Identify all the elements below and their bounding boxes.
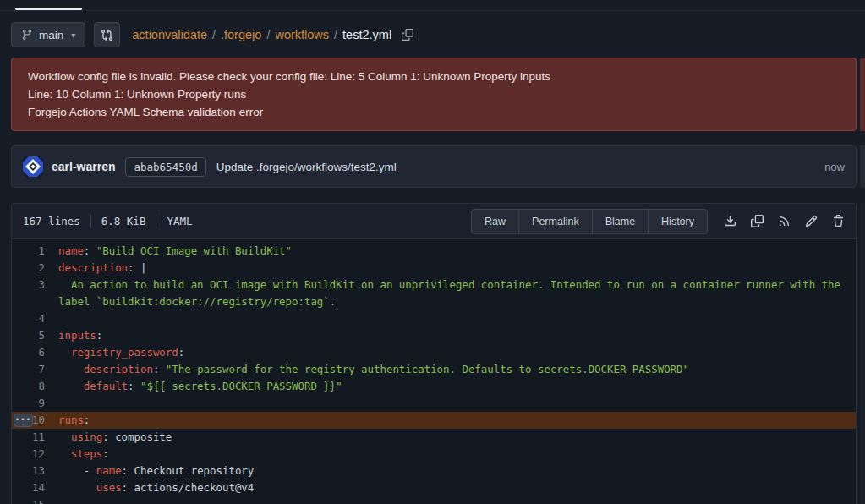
line-content: name: "Build OCI Image with BuildKit" (58, 243, 856, 260)
code-line: 9 (12, 395, 856, 412)
active-tab-indicator (15, 8, 82, 10)
line-content: An action to build an OCI image with Bui… (58, 277, 856, 310)
line-content: description: "The password for the regis… (58, 361, 856, 378)
line-number[interactable]: 14 (12, 479, 58, 496)
line-content: uses: actions/checkout@v4 (58, 479, 856, 496)
line-content: default: "${{ secrets.DOCKER_PASSWORD }}… (58, 378, 856, 395)
breadcrumb-repo-link[interactable]: actionvalidate (132, 28, 207, 41)
code-line: 14 uses: actions/checkout@v4 (12, 479, 856, 496)
line-number[interactable]: 3 (12, 277, 58, 310)
breadcrumb-separator: / (266, 28, 270, 41)
file-size: 6.8 KiB (101, 215, 146, 227)
branch-selector-button[interactable]: main ▾ (11, 22, 85, 47)
blame-button[interactable]: Blame (592, 209, 649, 234)
branch-name-label: main (39, 29, 63, 41)
line-content: registry_password: (58, 344, 856, 361)
scroll-strip-code (860, 203, 865, 504)
code-line: 15 (12, 496, 856, 504)
repo-tab-bar (0, 0, 865, 11)
line-content: runs: (58, 412, 856, 429)
code-line: 11 using: composite (12, 429, 856, 446)
file-icon-actions (724, 215, 845, 227)
divider (90, 215, 91, 228)
line-content: inputs: (58, 327, 856, 344)
file-header: 167 lines 6.8 KiB YAML Raw Permalink Bla… (12, 204, 856, 239)
file-lines-count: 167 lines (23, 215, 80, 227)
code-line: 3 An action to build an OCI image with B… (12, 277, 856, 310)
error-line: Line: 10 Column 1: Unknown Property runs (28, 85, 840, 103)
download-icon[interactable] (724, 215, 736, 227)
file-view: 167 lines 6.8 KiB YAML Raw Permalink Bla… (11, 203, 857, 504)
line-number[interactable]: 2 (12, 260, 58, 277)
line-number[interactable]: 9 (12, 395, 58, 412)
expand-context-ellipsis-button[interactable]: ••• (14, 414, 33, 427)
git-branch-icon (21, 29, 33, 41)
code-line: 4 (12, 310, 856, 327)
copy-content-icon[interactable] (751, 215, 764, 227)
file-language: YAML (167, 215, 192, 227)
git-compare-icon (101, 29, 113, 41)
commit-sha[interactable]: abab65450d (125, 157, 205, 177)
line-number[interactable]: 13 (12, 463, 58, 479)
rss-feed-icon[interactable] (778, 215, 791, 227)
line-number[interactable]: 12 (12, 446, 58, 463)
delete-trash-icon[interactable] (832, 215, 845, 227)
code-line: 7 description: "The password for the reg… (12, 361, 856, 378)
breadcrumb: actionvalidate / .forgejo / workflows / … (132, 28, 413, 41)
chevron-down-icon: ▾ (71, 30, 75, 40)
commit-time: now (824, 161, 845, 173)
code-line: 13 - name: Checkout repository (12, 463, 856, 479)
code-line: 12 steps: (12, 446, 856, 463)
copy-path-icon[interactable] (402, 29, 413, 41)
breadcrumb-dir-forgejo-link[interactable]: .forgejo (221, 28, 261, 41)
line-number[interactable]: 4 (12, 310, 58, 327)
line-number[interactable]: 5 (12, 327, 58, 344)
line-number[interactable]: 6 (12, 344, 58, 361)
line-number[interactable]: 15 (12, 496, 58, 504)
line-content (58, 310, 856, 327)
line-content: steps: (58, 446, 856, 463)
line-content (58, 496, 856, 504)
line-content: description: | (58, 260, 856, 277)
scroll-strip-commit (860, 145, 865, 188)
code-line: •••10runs: (12, 412, 856, 429)
compare-button[interactable] (94, 22, 120, 47)
scroll-strip-banner (860, 58, 865, 131)
line-content: using: composite (58, 429, 856, 446)
history-button[interactable]: History (648, 209, 708, 234)
edit-pencil-icon[interactable] (805, 215, 818, 227)
line-number[interactable]: 1 (12, 243, 58, 260)
raw-button[interactable]: Raw (471, 209, 519, 234)
breadcrumb-dir-workflows-link[interactable]: workflows (275, 28, 329, 41)
error-line: Forgejo Actions YAML Schema validation e… (28, 103, 840, 121)
scrollbar-gutter[interactable] (860, 0, 865, 504)
latest-commit-bar: earl-warren abab65450d Update .forgejo/w… (11, 145, 857, 188)
commit-author[interactable]: earl-warren (52, 160, 115, 173)
breadcrumb-current-file: test2.yml (342, 28, 391, 41)
line-number[interactable]: 8 (12, 378, 58, 395)
line-content (58, 395, 856, 412)
commit-message[interactable]: Update .forgejo/workflows/test2.yml (216, 161, 397, 173)
file-actions-group: Raw Permalink Blame History (471, 209, 708, 234)
line-number[interactable]: 11 (12, 429, 58, 446)
permalink-button[interactable]: Permalink (518, 209, 593, 234)
breadcrumb-separator: / (334, 28, 337, 41)
line-number[interactable]: 7 (12, 361, 58, 378)
divider (156, 215, 156, 228)
code-line: 2description: | (12, 260, 856, 277)
code-viewer: 1name: "Build OCI Image with BuildKit"2d… (12, 239, 856, 504)
code-line: 5inputs: (12, 327, 856, 344)
breadcrumb-separator: / (212, 28, 216, 41)
workflow-error-banner: Workflow config file is invalid. Please … (11, 58, 857, 131)
code-line: 1name: "Build OCI Image with BuildKit" (12, 243, 856, 260)
line-content: - name: Checkout repository (58, 463, 856, 479)
error-line: Workflow config file is invalid. Please … (28, 68, 840, 85)
avatar[interactable] (23, 156, 43, 177)
file-toolbar: main ▾ actionvalidate / .forgejo / workf… (11, 22, 857, 47)
code-line: 8 default: "${{ secrets.DOCKER_PASSWORD … (12, 378, 856, 395)
code-line: 6 registry_password: (12, 344, 856, 361)
